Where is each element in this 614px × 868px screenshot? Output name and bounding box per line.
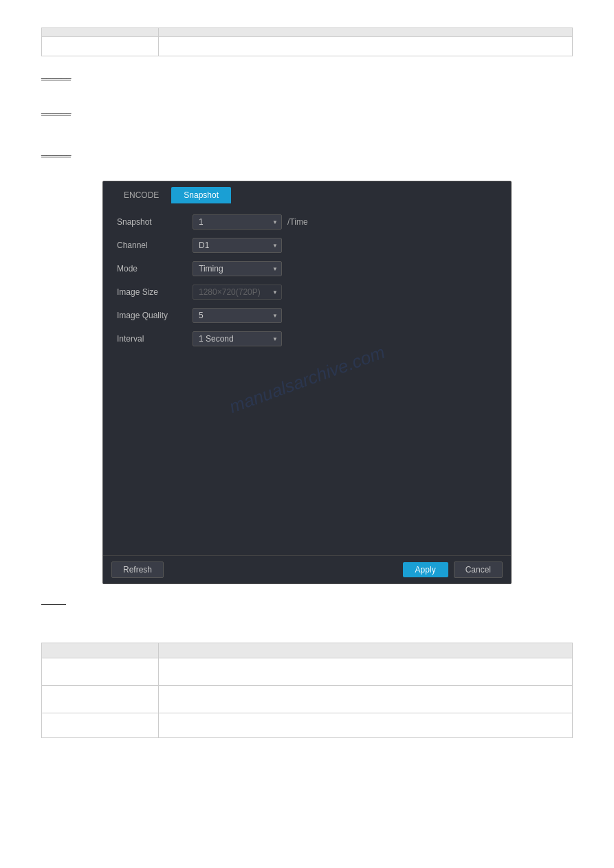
label-channel: Channel	[117, 241, 193, 250]
label-mode: Mode	[117, 264, 193, 274]
bottom-table-row1-col2	[159, 658, 573, 686]
label-snapshot: Snapshot	[117, 217, 193, 227]
top-table-row1-col1	[42, 37, 159, 56]
button-bar: Refresh Apply Cancel	[103, 555, 511, 583]
tab-bar: ENCODE Snapshot	[103, 181, 511, 203]
bottom-table-row2-col2	[159, 686, 573, 713]
cancel-button[interactable]: Cancel	[454, 561, 503, 578]
select-wrapper-channel[interactable]: D1 D2	[193, 238, 282, 253]
top-table	[41, 27, 573, 56]
form-row-image-quality: Image Quality 1 2 3 4 5 6	[117, 308, 497, 323]
snapshot-suffix: /Time	[287, 217, 308, 227]
bottom-table-row2-col1	[42, 686, 159, 713]
select-wrapper-image-quality[interactable]: 1 2 3 4 5 6	[193, 308, 282, 323]
select-wrapper-interval[interactable]: 1 Second 2 Seconds 5 Seconds 10 Seconds	[193, 331, 282, 346]
form-row-mode: Mode Timing Trigger	[117, 261, 497, 276]
text-line-1: ______	[41, 69, 573, 80]
control-snapshot: 1 2 3 /Time	[193, 214, 308, 230]
bottom-table-header-col2	[159, 643, 573, 658]
form-row-interval: Interval 1 Second 2 Seconds 5 Seconds 10…	[117, 331, 497, 346]
control-mode: Timing Trigger	[193, 261, 282, 276]
form-row-snapshot: Snapshot 1 2 3 /Time	[117, 214, 497, 230]
top-table-row1-col2	[159, 37, 573, 56]
form-row-channel: Channel D1 D2	[117, 238, 497, 253]
select-mode[interactable]: Timing Trigger	[193, 261, 282, 276]
refresh-button[interactable]: Refresh	[111, 561, 164, 578]
panel-spacer	[117, 355, 497, 547]
text-line-4	[41, 597, 573, 607]
control-channel: D1 D2	[193, 238, 282, 253]
label-image-quality: Image Quality	[117, 311, 193, 320]
bottom-table-row3-col1	[42, 713, 159, 738]
label-image-size: Image Size	[117, 287, 193, 297]
screenshot-panel: ENCODE Snapshot manualsarchive.com Snaps…	[102, 181, 512, 584]
tab-snapshot[interactable]: Snapshot	[171, 187, 231, 203]
select-channel[interactable]: D1 D2	[193, 238, 282, 253]
bottom-table-row1-col1	[42, 658, 159, 686]
label-interval: Interval	[117, 334, 193, 344]
select-snapshot[interactable]: 1 2 3	[193, 214, 282, 230]
bottom-table-row3-col2	[159, 713, 573, 738]
bottom-table-header-col1	[42, 643, 159, 658]
form-row-image-size: Image Size 1280×720(720P)	[117, 285, 497, 300]
bottom-table	[41, 643, 573, 738]
apply-button[interactable]: Apply	[403, 562, 448, 577]
select-wrapper-mode[interactable]: Timing Trigger	[193, 261, 282, 276]
tab-encode[interactable]: ENCODE	[111, 187, 171, 203]
select-image-size: 1280×720(720P)	[193, 285, 282, 300]
select-image-quality[interactable]: 1 2 3 4 5 6	[193, 308, 282, 323]
control-image-size: 1280×720(720P)	[193, 285, 282, 300]
select-wrapper-image-size: 1280×720(720P)	[193, 285, 282, 300]
text-line-3: ______	[41, 146, 573, 157]
top-table-header-col1	[42, 28, 159, 37]
select-interval[interactable]: 1 Second 2 Seconds 5 Seconds 10 Seconds	[193, 331, 282, 346]
control-image-quality: 1 2 3 4 5 6	[193, 308, 282, 323]
text-line-2: ______	[41, 104, 573, 115]
top-table-header-col2	[159, 28, 573, 37]
control-interval: 1 Second 2 Seconds 5 Seconds 10 Seconds	[193, 331, 282, 346]
select-wrapper-snapshot[interactable]: 1 2 3	[193, 214, 282, 230]
form-area: manualsarchive.com Snapshot 1 2 3 /Time	[103, 203, 511, 555]
